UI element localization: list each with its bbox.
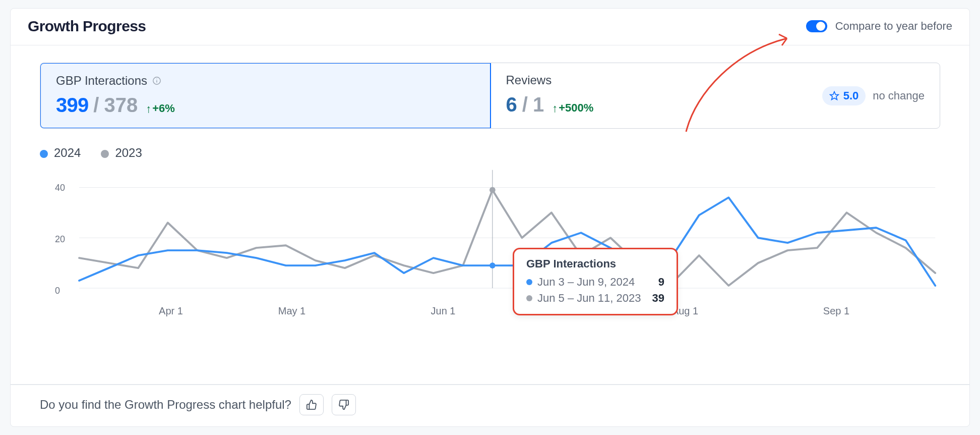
thumbs-down-button[interactable]: [332, 394, 356, 415]
metric-tabs: GBP Interactions 399 / 378 ↑+6% Revi: [40, 63, 940, 129]
gbp-delta: ↑+6%: [146, 102, 175, 115]
star-icon: [829, 91, 839, 101]
compare-label: Compare to year before: [835, 20, 952, 33]
legend-current: 2024: [40, 146, 81, 160]
y-tick-label: 40: [55, 183, 65, 193]
card-header: Growth Progress Compare to year before: [11, 9, 969, 45]
rating-change: no change: [873, 89, 925, 102]
x-tick-label: Jun 1: [431, 305, 456, 317]
x-tick-label: May 1: [278, 305, 305, 317]
x-tick-label: Apr 1: [159, 305, 183, 317]
rating-badge: 5.0: [822, 86, 866, 105]
tooltip-title: GBP Interactions: [526, 257, 664, 270]
tooltip-row1-label: Jun 3 – Jun 9, 2024: [537, 276, 635, 289]
thumbs-down-icon: [338, 399, 349, 410]
line-chart[interactable]: 02040 Apr 1May 1Jun 1Jul 1Aug 1Sep 1 GBP…: [40, 165, 940, 316]
svg-point-8: [489, 187, 496, 193]
svg-marker-3: [830, 91, 838, 99]
tab-gbp-title: GBP Interactions: [56, 74, 147, 88]
x-tick-label: Sep 1: [823, 305, 849, 317]
reviews-current-value: 6: [506, 93, 517, 116]
feedback-question: Do you find the Growth Progress chart he…: [40, 398, 291, 412]
tab-reviews[interactable]: Reviews 6 / 1 ↑+500% 5.0 no change: [491, 63, 940, 128]
thumbs-up-button[interactable]: [299, 394, 324, 415]
tooltip-row2-value: 39: [652, 292, 664, 305]
svg-point-2: [156, 79, 157, 79]
reviews-delta: ↑+500%: [552, 101, 593, 115]
tab-gbp-interactions[interactable]: GBP Interactions 399 / 378 ↑+6%: [40, 63, 491, 129]
card-title: Growth Progress: [28, 18, 146, 35]
gbp-current-value: 399: [56, 94, 88, 117]
growth-progress-card: Growth Progress Compare to year before G…: [10, 8, 970, 427]
compare-toggle[interactable]: [806, 20, 827, 32]
card-body: GBP Interactions 399 / 378 ↑+6% Revi: [11, 45, 969, 316]
compare-control: Compare to year before: [806, 20, 952, 33]
rating-value: 5.0: [843, 89, 859, 102]
reviews-prev-value: 1: [533, 93, 544, 116]
tab-reviews-title: Reviews: [506, 73, 552, 87]
tooltip-row2-label: Jun 5 – Jun 11, 2023: [537, 292, 641, 305]
thumbs-up-icon: [306, 399, 317, 410]
info-icon[interactable]: [152, 76, 161, 85]
svg-point-9: [489, 262, 496, 268]
chart-tooltip: GBP Interactions Jun 3 – Jun 9, 2024 9 J…: [513, 248, 678, 315]
y-tick-label: 0: [55, 286, 60, 296]
chart-legend: 2024 2023: [40, 146, 940, 160]
tooltip-row1-value: 9: [658, 276, 664, 289]
legend-prev: 2023: [101, 146, 142, 160]
y-tick-label: 20: [55, 234, 65, 245]
card-footer: Do you find the Growth Progress chart he…: [11, 384, 969, 426]
gbp-prev-value: 378: [104, 94, 138, 117]
